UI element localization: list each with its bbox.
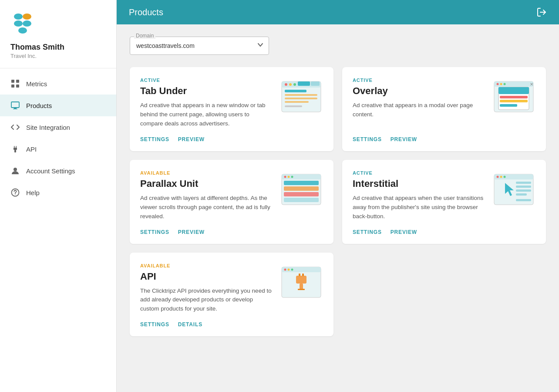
product-illustration [492, 172, 535, 207]
svg-point-57 [504, 176, 506, 178]
domain-field: Domain westcoasttravels.com [130, 37, 269, 55]
products-grid: ACTIVE Tab Under Ad creative that appear… [130, 67, 546, 336]
svg-rect-7 [11, 84, 14, 88]
status-badge: ACTIVE [140, 78, 273, 83]
sidebar-item-api-label: API [26, 145, 37, 153]
card-content: ACTIVE Overlay Ad creative that appears … [353, 78, 485, 127]
sidebar-item-help[interactable]: Help [0, 182, 116, 203]
svg-rect-25 [298, 81, 310, 86]
svg-rect-6 [16, 80, 19, 83]
svg-point-3 [23, 20, 31, 27]
svg-point-56 [500, 176, 502, 178]
sidebar-item-site-integration[interactable]: Site Integration [0, 116, 116, 138]
svg-point-47 [288, 176, 290, 178]
question-icon [10, 188, 20, 197]
code-icon [10, 122, 20, 132]
card-top: AVAILABLE Parallax Unit Ad creative with… [140, 170, 323, 229]
product-description: Ad creative with layers at different dep… [140, 194, 273, 221]
product-title: API [140, 271, 273, 282]
sidebar-item-products[interactable]: Products [0, 95, 116, 116]
svg-rect-31 [285, 105, 302, 107]
svg-rect-73 [298, 289, 305, 290]
product-title: Interstitial [353, 178, 485, 189]
svg-rect-40 [498, 87, 529, 88]
sidebar-item-account-settings[interactable]: Account Settings [0, 160, 116, 182]
svg-point-24 [293, 83, 296, 86]
card-content: AVAILABLE API The Clicktripz API provide… [140, 263, 273, 322]
preview-button[interactable]: PREVIEW [391, 136, 417, 142]
svg-rect-60 [516, 186, 531, 188]
card-actions: SETTINGS PREVIEW [353, 136, 535, 142]
svg-point-0 [14, 14, 23, 20]
svg-point-35 [500, 83, 502, 85]
card-actions: SETTINGS DETAILS [140, 321, 323, 328]
product-card-api: AVAILABLE API The Clicktripz API provide… [130, 253, 333, 337]
settings-button[interactable]: SETTINGS [140, 229, 169, 235]
svg-rect-30 [285, 101, 309, 103]
card-top: ACTIVE Overlay Ad creative that appears … [353, 78, 535, 127]
card-content: AVAILABLE Parallax Unit Ad creative with… [140, 170, 273, 229]
svg-rect-72 [300, 284, 303, 290]
logout-button[interactable] [536, 7, 547, 17]
sidebar-item-account-settings-label: Account Settings [26, 167, 75, 175]
svg-point-66 [284, 268, 286, 270]
product-description: The Clicktripz API provides everything y… [140, 287, 273, 314]
card-top: AVAILABLE API The Clicktripz API provide… [140, 263, 323, 322]
logo [0, 0, 116, 43]
svg-rect-8 [16, 84, 19, 88]
svg-rect-11 [13, 109, 17, 109]
product-title: Overlay [353, 85, 485, 97]
svg-rect-15 [16, 146, 17, 148]
settings-button[interactable]: SETTINGS [353, 136, 382, 142]
svg-point-1 [23, 14, 31, 20]
status-badge: AVAILABLE [140, 263, 273, 268]
svg-point-48 [291, 176, 293, 178]
preview-button[interactable]: PREVIEW [178, 136, 205, 142]
svg-rect-50 [284, 186, 319, 191]
svg-rect-27 [285, 90, 306, 92]
svg-rect-49 [284, 181, 319, 185]
svg-rect-51 [284, 192, 319, 196]
preview-button[interactable]: PREVIEW [391, 229, 417, 235]
status-badge: ACTIVE [353, 78, 485, 83]
product-card-interstitial: ACTIVE Interstitial Ad creative that app… [342, 160, 546, 244]
svg-rect-12 [14, 149, 16, 152]
svg-rect-52 [284, 198, 319, 202]
domain-label: Domain [134, 33, 155, 39]
svg-point-46 [284, 176, 286, 178]
product-illustration [280, 79, 323, 114]
svg-rect-42 [500, 100, 528, 102]
topbar: Products [117, 0, 559, 24]
svg-point-36 [504, 83, 506, 85]
product-card-overlay: ACTIVE Overlay Ad creative that appears … [342, 67, 546, 151]
preview-button[interactable]: PREVIEW [178, 229, 205, 235]
svg-rect-14 [14, 146, 15, 148]
card-content: ACTIVE Interstitial Ad creative that app… [353, 170, 485, 229]
svg-rect-62 [516, 193, 527, 196]
settings-button[interactable]: SETTINGS [353, 229, 382, 235]
product-illustration: ✕ [492, 79, 535, 114]
svg-point-67 [288, 268, 290, 270]
svg-rect-61 [516, 189, 531, 192]
settings-button[interactable]: SETTINGS [140, 321, 169, 328]
sidebar-item-products-label: Products [26, 102, 52, 109]
svg-point-55 [497, 176, 499, 178]
product-description: Ad creative that appears in a new window… [140, 101, 273, 128]
card-top: ACTIVE Interstitial Ad creative that app… [353, 170, 535, 229]
card-actions: SETTINGS PREVIEW [140, 229, 323, 235]
user-name: Thomas Smith [10, 43, 106, 52]
sidebar-navigation: Metrics Products Site Integration [0, 73, 116, 392]
sidebar-item-metrics[interactable]: Metrics [0, 73, 116, 95]
content-area: Domain westcoasttravels.com ACTIVE Tab U… [117, 24, 559, 392]
card-actions: SETTINGS PREVIEW [140, 136, 323, 142]
svg-rect-13 [13, 148, 17, 150]
sidebar-item-api[interactable]: API [0, 138, 116, 160]
sidebar: Thomas Smith Travel Inc. Metrics [0, 0, 117, 392]
sidebar-item-help-label: Help [26, 189, 40, 196]
svg-point-68 [291, 268, 293, 270]
details-button[interactable]: DETAILS [178, 321, 202, 328]
settings-button[interactable]: SETTINGS [140, 136, 169, 142]
svg-point-18 [15, 194, 16, 195]
domain-select[interactable]: westcoasttravels.com [130, 37, 269, 55]
svg-rect-63 [516, 199, 531, 201]
